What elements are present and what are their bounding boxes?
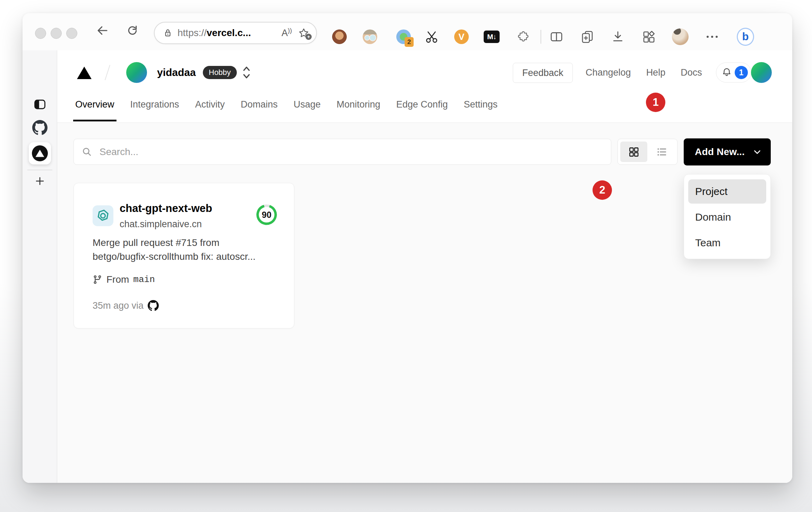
browser-profile-button[interactable] bbox=[672, 28, 689, 45]
tab-settings[interactable]: Settings bbox=[464, 98, 498, 111]
feedback-button[interactable]: Feedback bbox=[513, 63, 573, 83]
score-value: 90 bbox=[255, 203, 278, 227]
link-changelog[interactable]: Changelog bbox=[586, 67, 631, 78]
apps-grid-icon bbox=[641, 29, 656, 44]
new-tab-button[interactable] bbox=[34, 175, 46, 187]
openai-logo-icon bbox=[95, 208, 111, 224]
tab-edge-config[interactable]: Edge Config bbox=[396, 98, 448, 111]
add-new-label: Add New... bbox=[695, 146, 745, 157]
split-screen-button[interactable] bbox=[548, 28, 565, 45]
tab-github[interactable] bbox=[32, 120, 47, 135]
browser-sidebar bbox=[23, 50, 57, 483]
branch-row: From main bbox=[93, 274, 155, 285]
sidebar-divider bbox=[27, 170, 52, 170]
add-new-menu: Project Domain Team bbox=[684, 174, 771, 259]
bing-icon: b bbox=[737, 28, 754, 46]
bell-icon bbox=[722, 67, 732, 78]
dashboard-tabs: Overview Integrations Activity Domains U… bbox=[75, 98, 498, 111]
extension-tampermonkey[interactable] bbox=[331, 28, 348, 45]
read-aloud-button[interactable]: A)) bbox=[282, 28, 292, 39]
search-input[interactable] bbox=[99, 146, 611, 158]
url-text: https://vercel.c... bbox=[178, 27, 251, 39]
copy-plus-icon bbox=[580, 29, 595, 44]
menu-item-team[interactable]: Team bbox=[688, 231, 766, 255]
team-avatar[interactable] bbox=[126, 62, 147, 83]
github-icon bbox=[32, 120, 47, 135]
extension-scissors[interactable] bbox=[423, 28, 440, 45]
menu-item-domain[interactable]: Domain bbox=[688, 205, 766, 229]
markdown-download-icon: M↓ bbox=[484, 31, 500, 43]
browser-toolbar: https://vercel.c... A)) + 2 V M↓ bbox=[23, 13, 792, 51]
extension-with-badge[interactable]: 2 bbox=[395, 28, 412, 45]
lock-icon bbox=[163, 28, 173, 38]
ellipsis-icon bbox=[707, 36, 718, 38]
tab-integrations[interactable]: Integrations bbox=[130, 98, 179, 111]
more-options-button[interactable] bbox=[703, 28, 721, 45]
zoom-window-button[interactable] bbox=[66, 28, 77, 39]
github-source-icon bbox=[148, 300, 159, 311]
link-docs[interactable]: Docs bbox=[681, 67, 702, 78]
minimize-window-button[interactable] bbox=[51, 28, 62, 39]
project-favicon bbox=[93, 205, 113, 226]
puzzle-icon bbox=[515, 29, 530, 44]
favorite-button[interactable]: + bbox=[298, 27, 309, 39]
tab-activity[interactable]: Activity bbox=[195, 98, 225, 111]
annotation-step-2: 2 bbox=[593, 180, 612, 200]
add-new-button[interactable]: Add New... bbox=[684, 138, 771, 165]
search-bar[interactable] bbox=[74, 139, 611, 165]
plan-badge: Hobby bbox=[203, 66, 237, 79]
branch-label: From bbox=[106, 274, 129, 285]
address-bar[interactable]: https://vercel.c... A)) + bbox=[154, 22, 317, 44]
link-help[interactable]: Help bbox=[646, 67, 666, 78]
project-domain[interactable]: chat.simplenaive.cn bbox=[120, 219, 202, 230]
refresh-button[interactable] bbox=[124, 22, 141, 39]
tab-usage[interactable]: Usage bbox=[294, 98, 321, 111]
grid-view-button[interactable] bbox=[620, 142, 647, 162]
back-button[interactable] bbox=[94, 22, 111, 39]
team-switcher-button[interactable] bbox=[240, 64, 253, 81]
header-links: Changelog Help Docs bbox=[586, 67, 702, 78]
tab-overview[interactable]: Overview bbox=[75, 98, 114, 111]
branch-name: main bbox=[133, 274, 155, 285]
notifications-button[interactable]: 1 bbox=[716, 62, 751, 83]
project-name[interactable]: chat-gpt-next-web bbox=[120, 202, 212, 215]
close-window-button[interactable] bbox=[35, 28, 46, 39]
tab-domains[interactable]: Domains bbox=[241, 98, 278, 111]
deploy-time-row: 35m ago via bbox=[93, 300, 159, 311]
commit-message-line1: Merge pull request #715 from bbox=[93, 236, 282, 250]
profile-photo bbox=[672, 28, 689, 45]
score-gauge: 90 bbox=[255, 203, 278, 227]
browser-window: https://vercel.c... A)) + 2 V M↓ bbox=[23, 13, 792, 483]
project-card[interactable]: chat-gpt-next-web chat.simplenaive.cn 90… bbox=[74, 183, 294, 328]
team-name[interactable]: yidadaa bbox=[157, 67, 196, 78]
chevron-down-icon bbox=[752, 147, 762, 157]
plus-icon bbox=[34, 175, 46, 187]
user-avatar[interactable] bbox=[751, 62, 772, 83]
menu-item-project[interactable]: Project bbox=[688, 179, 766, 204]
extension-avatar[interactable] bbox=[361, 28, 379, 45]
download-icon bbox=[611, 29, 625, 44]
tab-vercel-active[interactable] bbox=[29, 142, 51, 164]
downloads-button[interactable] bbox=[609, 28, 627, 45]
vercel-dashboard: yidadaa Hobby Feedback Changelog Help Do… bbox=[57, 50, 792, 483]
extension-markdown[interactable]: M↓ bbox=[483, 28, 500, 45]
collections-button[interactable] bbox=[579, 28, 596, 45]
bing-chat-button[interactable]: b bbox=[737, 28, 754, 45]
add-favorite-plus-icon: + bbox=[305, 34, 312, 40]
commit-message-line2: betgo/bugfix-scrollthumb fix: autoscr... bbox=[93, 250, 282, 264]
toolbar-separator bbox=[541, 30, 541, 44]
breadcrumb-slash bbox=[105, 65, 110, 80]
tab-monitoring[interactable]: Monitoring bbox=[337, 98, 380, 111]
deploy-time: 35m ago via bbox=[93, 300, 144, 311]
grandma-face-icon bbox=[363, 29, 377, 44]
list-view-icon bbox=[655, 145, 668, 159]
toggle-sidebar-button[interactable] bbox=[33, 97, 47, 111]
extension-vimium[interactable]: V bbox=[453, 28, 470, 45]
chevron-up-down-icon bbox=[240, 64, 253, 81]
apps-button[interactable] bbox=[640, 28, 657, 45]
view-toggle bbox=[617, 139, 677, 165]
dashboard-header: yidadaa Hobby Feedback Changelog Help Do… bbox=[57, 50, 792, 123]
extensions-menu-button[interactable] bbox=[514, 28, 531, 45]
list-view-button[interactable] bbox=[649, 145, 675, 159]
vercel-logo-icon[interactable] bbox=[77, 67, 92, 79]
